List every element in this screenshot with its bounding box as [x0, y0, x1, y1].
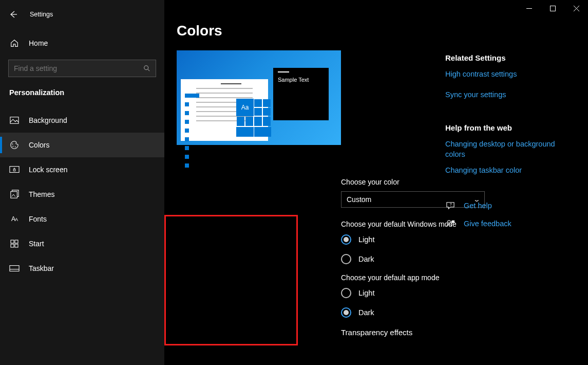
sidebar-item-fonts[interactable]: AA Fonts — [0, 207, 164, 231]
search-field[interactable] — [14, 64, 137, 72]
give-feedback-link[interactable]: Give feedback — [445, 219, 574, 228]
radio-app-dark[interactable]: Dark — [341, 307, 490, 318]
close-button[interactable] — [564, 0, 588, 16]
color-preview: Aa Sample Text — [177, 50, 341, 145]
sidebar-item-lock-screen[interactable]: Lock screen — [0, 157, 164, 182]
related-heading: Related Settings — [445, 53, 574, 62]
sidebar-item-background[interactable]: Background — [0, 108, 164, 133]
radio-app-light[interactable]: Light — [341, 288, 490, 298]
sidebar-item-taskbar[interactable]: Taskbar — [0, 256, 164, 281]
radio-label: Light — [358, 289, 374, 297]
svg-rect-8 — [13, 169, 15, 171]
window-title: Settings — [30, 11, 53, 18]
page-title: Colors — [177, 23, 588, 39]
fonts-icon: AA — [9, 215, 20, 223]
svg-line-2 — [148, 69, 150, 71]
home-icon — [9, 39, 20, 48]
sidebar-item-label: Background — [29, 116, 67, 124]
sidebar-item-label: Colors — [29, 141, 49, 149]
palette-icon — [9, 140, 20, 150]
feedback-icon — [445, 219, 456, 228]
link-changing-taskbar-color[interactable]: Changing taskbar color — [445, 166, 574, 176]
minimize-button[interactable] — [517, 0, 541, 16]
right-rail: Related Settings High contrast settings … — [445, 53, 574, 238]
lock-screen-icon — [9, 166, 20, 174]
give-feedback-label: Give feedback — [464, 220, 511, 228]
radio-icon — [341, 234, 351, 245]
help-heading: Help from the web — [445, 123, 574, 132]
search-icon — [143, 65, 150, 72]
sidebar-item-colors[interactable]: Colors — [0, 133, 164, 157]
svg-point-6 — [15, 147, 16, 148]
svg-rect-7 — [10, 167, 19, 173]
svg-point-1 — [144, 66, 148, 70]
section-title: Personalization — [0, 77, 164, 101]
sidebar-item-start[interactable]: Start — [0, 231, 164, 256]
svg-point-17 — [448, 221, 450, 223]
help-icon: ? — [445, 202, 456, 210]
sidebar-item-label: Themes — [29, 190, 55, 198]
transparency-label: Transparency effects — [341, 328, 490, 337]
annotation-highlight — [164, 215, 298, 345]
radio-icon — [341, 288, 351, 298]
svg-text:?: ? — [450, 203, 452, 207]
radio-windows-dark[interactable]: Dark — [341, 254, 490, 264]
home-label: Home — [29, 39, 48, 47]
get-help-label: Get help — [464, 202, 492, 210]
svg-point-5 — [12, 146, 13, 147]
svg-point-4 — [12, 143, 13, 144]
radio-label: Light — [358, 235, 374, 244]
app-mode-label: Choose your default app mode — [341, 273, 490, 282]
preview-tile-aa: Aa — [236, 99, 254, 116]
sidebar: Settings Home Personalization Background — [0, 0, 164, 365]
back-button[interactable] — [8, 9, 18, 20]
svg-rect-19 — [550, 6, 555, 11]
svg-rect-11 — [15, 240, 18, 243]
radio-label: Dark — [358, 308, 374, 317]
picture-icon — [9, 116, 20, 124]
sidebar-item-home[interactable]: Home — [0, 32, 164, 54]
radio-icon — [341, 307, 351, 318]
svg-rect-12 — [11, 244, 14, 247]
link-sync-settings[interactable]: Sync your settings — [445, 90, 574, 100]
sidebar-item-label: Fonts — [29, 215, 47, 223]
preview-sample-text: Sample Text — [278, 77, 324, 83]
link-changing-desktop-colors[interactable]: Changing desktop or background colors — [445, 139, 574, 159]
svg-rect-3 — [10, 117, 18, 124]
search-input[interactable] — [8, 60, 156, 77]
sidebar-item-label: Start — [29, 240, 44, 248]
maximize-button[interactable] — [541, 0, 564, 16]
sidebar-item-themes[interactable]: Themes — [0, 182, 164, 207]
themes-icon — [9, 190, 20, 199]
sidebar-item-label: Lock screen — [29, 166, 67, 174]
taskbar-icon — [9, 265, 20, 272]
svg-rect-13 — [15, 244, 18, 247]
dropdown-value: Custom — [347, 195, 371, 204]
radio-icon — [341, 254, 351, 264]
start-icon — [9, 240, 20, 248]
get-help-link[interactable]: ? Get help — [445, 202, 574, 210]
svg-rect-14 — [10, 266, 19, 271]
sidebar-item-label: Taskbar — [29, 264, 54, 272]
link-high-contrast[interactable]: High contrast settings — [445, 69, 574, 80]
radio-label: Dark — [358, 255, 374, 263]
svg-rect-10 — [11, 240, 14, 243]
